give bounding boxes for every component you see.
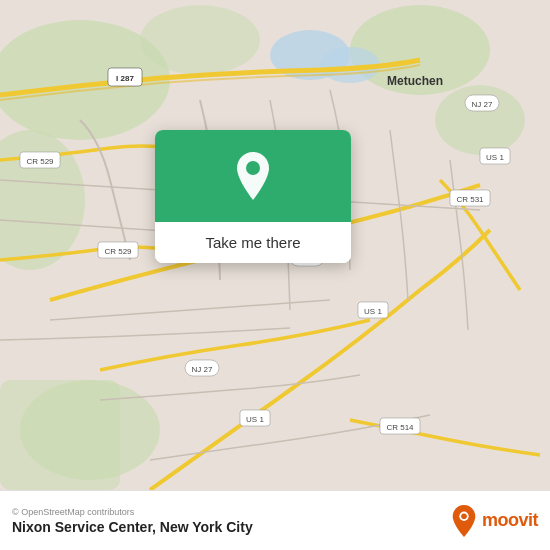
location-name: Nixon Service Center, New York City [12,519,253,535]
svg-text:NJ 27: NJ 27 [472,100,493,109]
popup-card: Take me there [155,130,351,263]
popup-green-area [155,130,351,222]
svg-text:I 287: I 287 [116,74,134,83]
svg-text:US 1: US 1 [364,307,382,316]
moovit-pin-icon [450,505,478,537]
attribution-text: © OpenStreetMap contributors [12,507,253,517]
svg-text:US 1: US 1 [486,153,504,162]
svg-point-34 [246,161,260,175]
bottom-bar: © OpenStreetMap contributors Nixon Servi… [0,490,550,550]
svg-point-36 [461,513,467,519]
moovit-brand-text: moovit [482,510,538,531]
svg-text:US 1: US 1 [246,415,264,424]
svg-text:CR 514: CR 514 [386,423,414,432]
svg-text:CR 529: CR 529 [26,157,54,166]
svg-text:NJ 27: NJ 27 [192,365,213,374]
bottom-left: © OpenStreetMap contributors Nixon Servi… [12,507,253,535]
svg-point-7 [20,380,160,480]
moovit-logo[interactable]: moovit [450,505,538,537]
svg-text:CR 531: CR 531 [456,195,484,204]
svg-text:Metuchen: Metuchen [387,74,443,88]
location-pin-icon [231,152,275,204]
svg-text:CR 529: CR 529 [104,247,132,256]
take-me-there-button[interactable]: Take me there [155,222,351,263]
map-container: I 287 CR 529 CR 529 NJ 27 NJ 27 US 1 US … [0,0,550,490]
svg-point-5 [140,5,260,75]
